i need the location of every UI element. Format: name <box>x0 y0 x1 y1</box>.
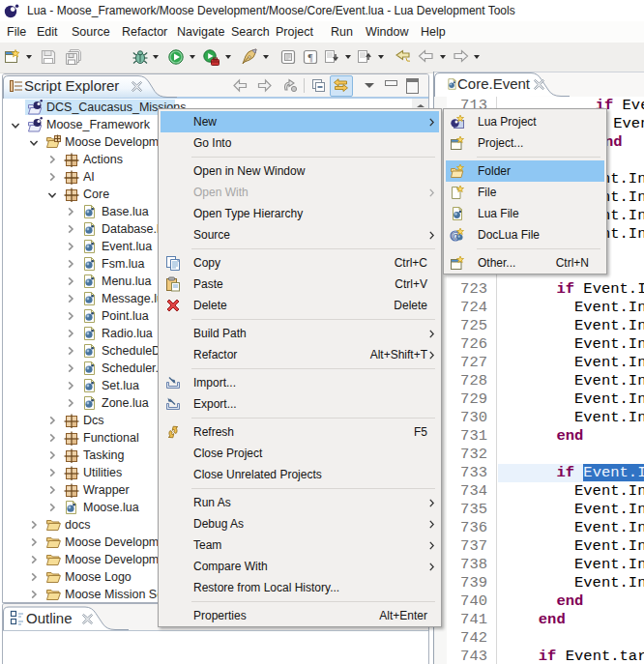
svg-text:¶: ¶ <box>308 51 313 63</box>
